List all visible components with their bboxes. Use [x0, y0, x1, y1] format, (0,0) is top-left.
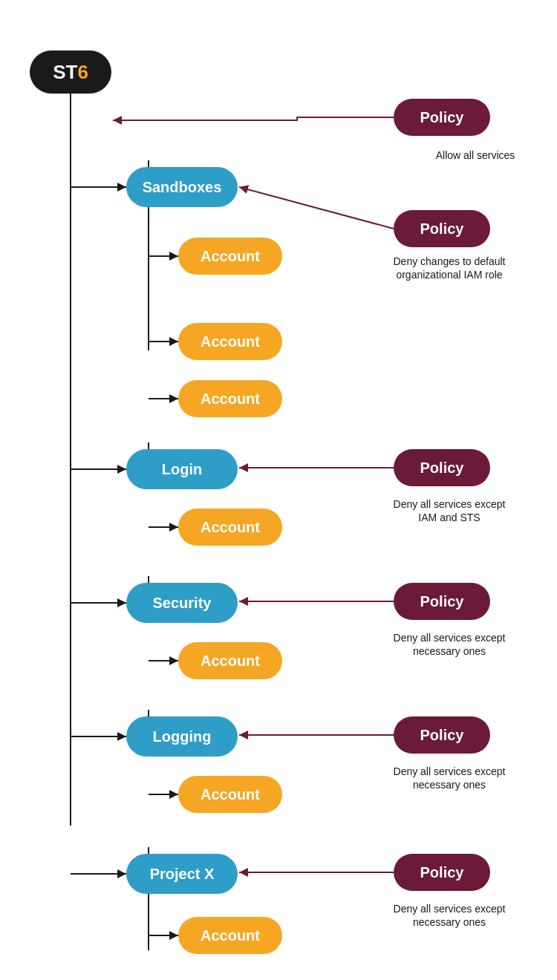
policy-desc-logging: Deny all services except necessary ones — [390, 765, 509, 791]
ou-sandboxes: Sandboxes — [126, 167, 238, 207]
policy-sandboxes-2: Policy — [394, 210, 490, 247]
account-sandboxes-0: Account — [178, 238, 282, 275]
page-container: ST6 SandboxesAccountAccountAccountPolicy… — [0, 0, 557, 980]
policy-sandboxes-1: Policy — [394, 99, 490, 136]
account-login-0: Account — [178, 509, 282, 546]
ou-login: Login — [126, 449, 238, 489]
ou-security: Security — [126, 583, 238, 623]
policy-desc-sandboxes-1: Allow all services — [416, 148, 535, 162]
root-highlight: 6 — [77, 61, 88, 83]
policy-desc-projectx: Deny all services except necessary ones — [390, 902, 509, 929]
account-logging-0: Account — [178, 776, 282, 813]
policy-desc-sandboxes-2: Deny changes to default organizational I… — [390, 255, 509, 281]
account-sandboxes-1: Account — [178, 323, 282, 360]
ou-projectx: Project X — [126, 854, 238, 894]
policy-security: Policy — [394, 583, 490, 620]
connector-lines — [0, 0, 557, 980]
account-projectx-0: Account — [178, 917, 282, 954]
policy-desc-security: Deny all services except necessary ones — [390, 631, 509, 658]
policy-logging: Policy — [394, 716, 490, 754]
ou-logging: Logging — [126, 716, 238, 757]
root-node: ST6 — [30, 50, 111, 94]
root-label: ST6 — [53, 61, 88, 84]
account-sandboxes-2: Account — [178, 380, 282, 417]
policy-login: Policy — [394, 449, 490, 486]
policy-projectx: Policy — [394, 854, 490, 891]
policy-desc-login: Deny all services except IAM and STS — [390, 497, 509, 524]
account-security-0: Account — [178, 642, 282, 679]
